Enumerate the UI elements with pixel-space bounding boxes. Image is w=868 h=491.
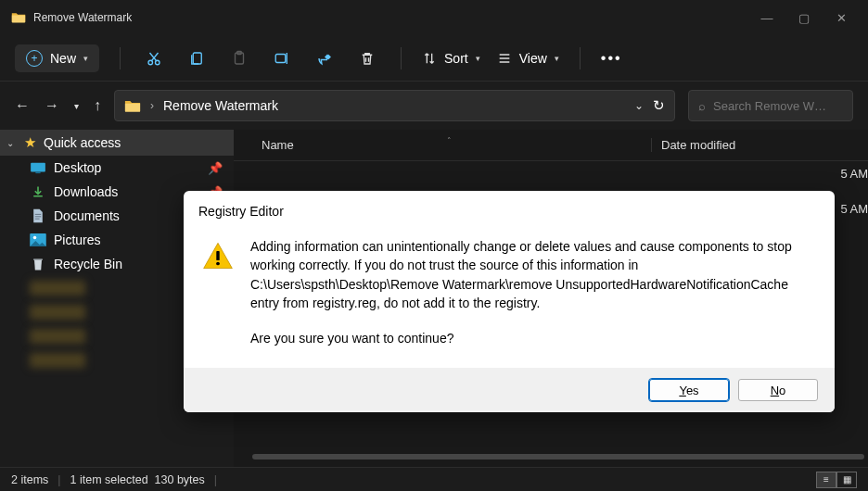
title-bar: Remove Watermark — ▢ ✕ (0, 0, 868, 35)
yes-button[interactable]: Yes (649, 379, 729, 401)
folder-icon (11, 11, 26, 24)
sidebar-quick-access[interactable]: ⌄ ★ Quick access (0, 130, 234, 156)
dialog-title: Registry Editor (184, 191, 835, 228)
history-dropdown[interactable]: ▾ (74, 101, 79, 111)
svg-rect-2 (193, 53, 201, 64)
no-label: N (771, 384, 779, 397)
quick-access-label: Quick access (44, 135, 121, 150)
cut-button[interactable] (141, 45, 167, 71)
address-bar[interactable]: › Remove Watermark ⌄ ↻ (114, 90, 675, 121)
delete-button[interactable] (354, 45, 380, 71)
warning-icon (202, 241, 234, 271)
pin-icon: 📌 (208, 161, 223, 175)
svg-rect-5 (275, 54, 286, 62)
chevron-down-icon: ▾ (555, 54, 559, 63)
sidebar-item-label: Pictures (54, 233, 101, 247)
sidebar-item-desktop[interactable]: Desktop 📌 (0, 156, 234, 180)
sort-label: Sort (444, 51, 468, 66)
up-button[interactable]: ↑ (94, 97, 101, 114)
sidebar-item-label: Documents (54, 208, 120, 223)
no-button[interactable]: No (738, 379, 818, 401)
status-size: 130 bytes (155, 473, 205, 486)
column-headers: Name ˄ Date modified (234, 130, 868, 161)
chevron-down-icon: ▾ (476, 54, 480, 63)
view-icon (497, 51, 512, 66)
downloads-icon (30, 185, 46, 199)
view-button[interactable]: View ▾ (497, 51, 559, 66)
recycle-bin-icon (30, 258, 46, 271)
dialog-button-row: Yes No (184, 368, 835, 412)
sidebar-item-label: Desktop (54, 160, 101, 175)
column-modified-label: Date modified (661, 138, 735, 152)
nav-arrows: ← → ▾ ↑ (15, 97, 101, 114)
svg-point-0 (148, 60, 153, 65)
scrollbar[interactable] (252, 454, 864, 460)
svg-point-11 (216, 262, 220, 266)
pictures-icon (30, 233, 46, 247)
plus-icon: + (26, 50, 43, 67)
column-modified[interactable]: Date modified (651, 138, 735, 152)
search-icon: ⌕ (698, 99, 706, 113)
status-selection: 1 item selected (70, 473, 148, 486)
dialog-text: Adding information can unintentionally c… (250, 237, 816, 347)
details-view-button[interactable]: ≡ (816, 472, 836, 488)
sort-icon (422, 51, 437, 66)
search-input[interactable] (713, 99, 843, 113)
expand-icon[interactable]: ⌄ (4, 138, 17, 148)
navigation-row: ← → ▾ ↑ › Remove Watermark ⌄ ↻ ⌕ (0, 82, 868, 130)
refresh-button[interactable]: ↻ (653, 97, 665, 114)
separator (120, 47, 121, 69)
chevron-down-icon: ▾ (83, 54, 88, 63)
rename-button[interactable] (269, 45, 295, 71)
registry-editor-dialog: Registry Editor Adding information can u… (184, 191, 835, 412)
copy-button[interactable] (184, 45, 210, 71)
svg-point-9 (33, 236, 37, 240)
back-button[interactable]: ← (15, 97, 30, 114)
desktop-icon (30, 161, 46, 175)
sort-button[interactable]: Sort ▾ (422, 51, 480, 66)
view-label: View (519, 51, 547, 66)
breadcrumb-separator: › (150, 99, 154, 112)
column-name[interactable]: Name ˄ (234, 138, 651, 152)
minimize-button[interactable]: — (760, 11, 773, 25)
dialog-confirm: Are you sure you want to continue? (250, 329, 816, 347)
sidebar-item-label: Recycle Bin (54, 257, 122, 271)
new-button-label: New (50, 51, 76, 66)
svg-rect-6 (31, 163, 45, 172)
sort-indicator-icon: ˄ (447, 136, 452, 145)
new-button[interactable]: + New ▾ (15, 44, 99, 72)
separator (580, 47, 581, 69)
folder-icon (124, 99, 141, 113)
svg-rect-7 (35, 171, 40, 173)
share-button[interactable] (312, 45, 338, 71)
svg-rect-10 (216, 251, 219, 260)
search-box[interactable]: ⌕ (688, 90, 853, 121)
icons-view-button[interactable]: ▦ (836, 472, 857, 488)
address-dropdown[interactable]: ⌄ (634, 99, 644, 112)
column-name-label: Name (262, 138, 294, 152)
close-button[interactable]: ✕ (835, 11, 848, 25)
window-title: Remove Watermark (33, 11, 132, 24)
breadcrumb-current[interactable]: Remove Watermark (163, 98, 278, 113)
separator (401, 47, 402, 69)
maximize-button[interactable]: ▢ (798, 11, 811, 25)
documents-icon (30, 209, 46, 223)
star-icon: ★ (24, 134, 36, 151)
window-controls: — ▢ ✕ (760, 11, 861, 25)
more-button[interactable]: ••• (601, 50, 622, 67)
svg-point-1 (156, 60, 160, 65)
file-date-peek: 5 AM (840, 167, 868, 181)
paste-button[interactable] (226, 45, 252, 71)
status-count: 2 items (11, 473, 48, 486)
yes-label: Y (679, 384, 685, 397)
dialog-body: Adding information can unintentionally c… (250, 237, 816, 312)
file-date-peek: 5 AM (840, 202, 868, 216)
status-bar: 2 items | 1 item selected 130 bytes | ≡ … (0, 467, 868, 491)
toolbar: + New ▾ Sort ▾ View ▾ ••• (0, 35, 868, 82)
forward-button[interactable]: → (45, 97, 59, 114)
view-mode-toggles: ≡ ▦ (816, 472, 857, 488)
sidebar-item-label: Downloads (54, 184, 118, 199)
